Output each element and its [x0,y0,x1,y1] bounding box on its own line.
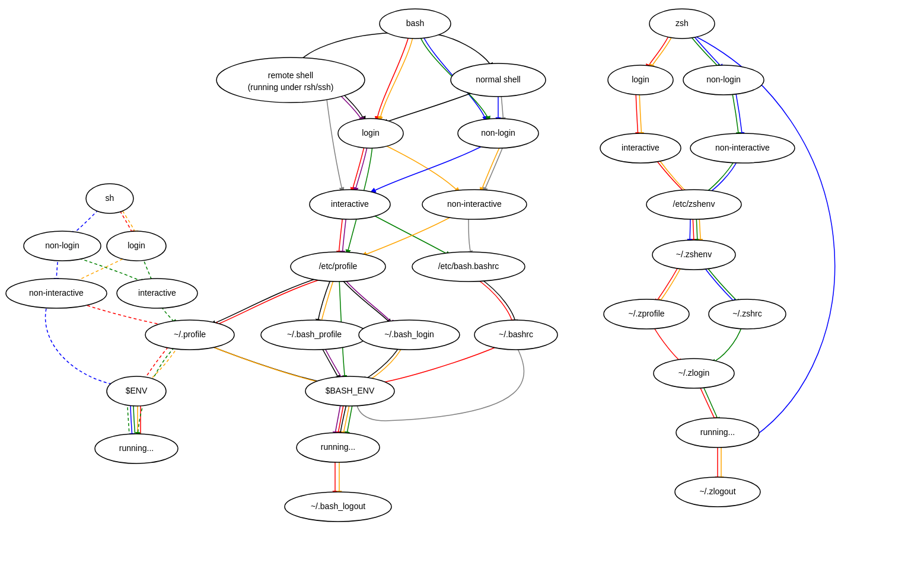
label-home-bash-login: ~/.bash_login [384,330,434,339]
label-sh-non-login: non-login [45,241,79,250]
label-zsh: zsh [676,18,689,28]
label-sh-running: running... [119,443,154,453]
svg-point-2 [216,57,365,103]
node-bash-env: $BASH_ENV [305,376,394,406]
node-zsh-running: running... [676,418,759,447]
node-etc-zshenv: /etc/zshenv [646,190,741,219]
label-home-zshrc: ~/.zshrc [732,309,761,318]
label-normal-shell: normal shell [476,75,520,84]
label-home-zshenv: ~/.zshenv [676,250,712,259]
label-bash-interactive: interactive [331,199,369,209]
label-remote-shell-1: remote shell [268,71,313,80]
node-home-bash-profile: ~/.bash_profile [261,320,368,350]
label-sh: sh [106,193,114,203]
node-zsh: zsh [649,9,715,39]
node-home-zprofile: ~/.zprofile [604,299,689,329]
label-zsh-running: running... [700,427,735,437]
node-etc-bash-bashrc: /etc/bash.bashrc [412,252,525,282]
node-env: $ENV [107,376,166,406]
label-etc-bash-bashrc: /etc/bash.bashrc [438,261,499,271]
node-sh-running: running... [95,434,178,463]
node-sh-login: login [107,231,166,261]
node-sh-interactive: interactive [117,279,197,308]
label-etc-zshenv: /etc/zshenv [673,199,715,209]
label-home-zprofile: ~/.zprofile [628,309,664,318]
node-home-profile: ~/.profile [145,320,234,350]
label-zsh-login: login [632,75,649,84]
node-bash-logout: ~/.bash_logout [285,492,391,522]
label-home-profile: ~/.profile [174,330,206,339]
node-zsh-non-login: non-login [683,65,764,95]
node-bash-non-login: non-login [458,119,539,148]
node-home-bash-login: ~/.bash_login [359,320,460,350]
node-bash-running: running... [297,433,380,462]
node-home-zlogout: ~/.zlogout [675,477,760,507]
node-bash-non-interactive: non-interactive [422,190,527,219]
label-bash-running: running... [321,442,355,452]
node-zsh-non-interactive: non-interactive [690,133,795,163]
label-home-bash-profile: ~/.bash_profile [287,330,342,339]
label-etc-profile: /etc/profile [319,261,358,271]
node-sh-non-interactive: non-interactive [6,279,107,308]
node-home-zshrc: ~/.zshrc [709,299,786,329]
node-sh: sh [86,184,133,213]
node-etc-profile: /etc/profile [291,252,385,282]
label-zsh-interactive: interactive [622,143,659,152]
label-bash-login: login [362,128,380,137]
label-remote-shell-2: (running under rsh/ssh) [248,82,334,92]
label-bash: bash [406,18,424,28]
node-normal-shell: normal shell [451,63,546,97]
label-home-bashrc: ~/.bashrc [499,330,533,339]
label-home-zlogout: ~/.zlogout [699,487,735,496]
node-bash-interactive: interactive [310,190,390,219]
label-zsh-non-interactive: non-interactive [715,143,770,152]
label-sh-interactive: interactive [138,288,176,298]
label-zsh-non-login: non-login [706,75,741,84]
node-bash: bash [380,9,451,39]
label-bash-non-login: non-login [481,128,515,137]
label-bash-env: $BASH_ENV [326,386,375,395]
node-bash-login: login [338,119,403,148]
label-bash-non-interactive: non-interactive [447,199,502,209]
label-env: $ENV [126,386,148,395]
node-sh-non-login: non-login [24,231,101,261]
label-home-zlogin: ~/.zlogin [678,368,710,378]
label-sh-non-interactive: non-interactive [29,288,84,298]
node-home-bashrc: ~/.bashrc [474,320,557,350]
label-bash-logout: ~/.bash_logout [311,501,365,511]
label-sh-login: login [128,241,145,250]
node-zsh-login: login [608,65,673,95]
node-home-zlogin: ~/.zlogin [654,359,734,388]
node-zsh-interactive: interactive [600,133,681,163]
node-home-zshenv: ~/.zshenv [652,240,735,270]
node-remote-shell: remote shell (running under rsh/ssh) [216,57,365,103]
